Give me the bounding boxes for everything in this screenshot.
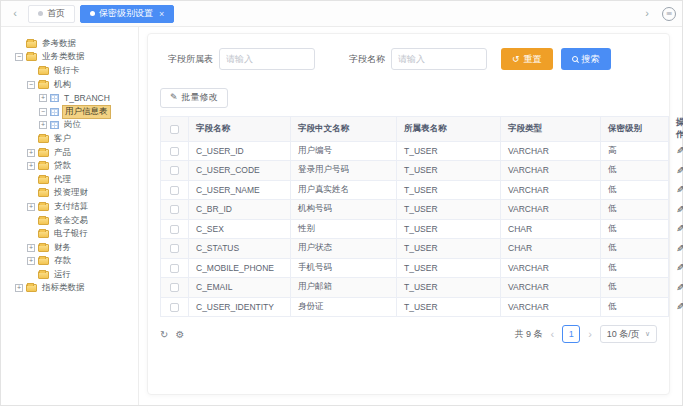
row-checkbox[interactable] xyxy=(170,303,179,312)
folder-icon xyxy=(26,284,37,292)
expander-icon[interactable]: + xyxy=(27,244,35,252)
sidebar-tree: 参考数据 −业务类数据 银行卡 −机构 +T_BRANCH −用户信息表 +岗位… xyxy=(1,27,139,405)
expander-icon[interactable]: + xyxy=(39,121,47,129)
tab-home[interactable]: 首页 xyxy=(28,5,75,23)
tree-node-agency[interactable]: 代理 xyxy=(7,173,136,187)
tree-node-e-banking[interactable]: 电子银行 xyxy=(7,227,136,241)
table-header-row: 字段名称 字段中文名称 所属表名称 字段类型 保密级别 操作 xyxy=(161,116,669,141)
table-row: C_SEX性别T_USERCHAR低✎ xyxy=(161,219,669,239)
tree-node-t-branch[interactable]: +T_BRANCH xyxy=(7,91,136,105)
edit-icon[interactable]: ✎ xyxy=(676,301,683,312)
chevron-down-icon: ∨ xyxy=(645,330,650,338)
edit-icon[interactable]: ✎ xyxy=(676,282,683,293)
table-row: C_USER_CODE登录用户号码T_USERVARCHAR低✎ xyxy=(161,161,669,181)
select-all-checkbox[interactable] xyxy=(170,125,179,134)
tree-node-deposit[interactable]: +存款 xyxy=(7,255,136,269)
folder-icon xyxy=(38,230,49,238)
edit-icon[interactable]: ✎ xyxy=(676,145,683,156)
col-table-name: 所属表名称 xyxy=(397,116,501,141)
row-checkbox[interactable] xyxy=(170,283,179,292)
tab-dot-icon xyxy=(38,11,43,16)
table-icon xyxy=(50,94,59,102)
row-checkbox[interactable] xyxy=(170,147,179,156)
tabs-menu-icon[interactable]: ≡ xyxy=(662,7,676,21)
folder-icon xyxy=(38,135,49,143)
edit-icon[interactable]: ✎ xyxy=(676,204,683,215)
tree-node-product[interactable]: +产品 xyxy=(7,146,136,160)
field-table-input[interactable] xyxy=(219,48,315,70)
edit-icon[interactable]: ✎ xyxy=(676,165,683,176)
tree-node-bank-card[interactable]: 银行卡 xyxy=(7,64,136,78)
next-page-icon[interactable]: › xyxy=(586,328,594,340)
table-icon xyxy=(50,121,59,129)
page-number-button[interactable]: 1 xyxy=(562,325,580,343)
table-row: C_USER_NAME用户真实姓名T_USERVARCHAR低✎ xyxy=(161,180,669,200)
tree-node-investment[interactable]: 投资理财 xyxy=(7,187,136,201)
tabs-scroll-left-icon[interactable]: ‹ xyxy=(7,6,23,22)
row-checkbox[interactable] xyxy=(170,244,179,253)
table-row: C_MOBILE_PHONE手机号码T_USERVARCHAR低✎ xyxy=(161,258,669,278)
row-checkbox[interactable] xyxy=(170,264,179,273)
expander-icon[interactable]: + xyxy=(27,203,35,211)
batch-edit-button[interactable]: ✎ 批量修改 xyxy=(160,88,228,108)
tree-node-reference-data[interactable]: 参考数据 xyxy=(7,37,136,51)
expander-icon[interactable]: − xyxy=(27,81,35,89)
tree-node-position[interactable]: +岗位 xyxy=(7,119,136,133)
folder-icon xyxy=(38,271,49,279)
tab-home-label: 首页 xyxy=(47,7,65,20)
tree-node-operation[interactable]: 运行 xyxy=(7,268,136,282)
content-card: 字段所属表 字段名称 ↺ 重置 搜索 xyxy=(147,33,670,395)
tree-node-indicator-data[interactable]: +指标类数据 xyxy=(7,282,136,296)
expander-icon[interactable]: + xyxy=(27,162,35,170)
table-row: C_STATUS用户状态T_USERCHAR低✎ xyxy=(161,239,669,259)
search-icon xyxy=(572,56,578,62)
gear-icon[interactable]: ⚙ xyxy=(175,329,184,340)
tree-node-finance[interactable]: +财务 xyxy=(7,241,136,255)
expander-icon[interactable]: + xyxy=(15,284,23,292)
fields-table: 字段名称 字段中文名称 所属表名称 字段类型 保密级别 操作 C_USER_ID… xyxy=(160,116,669,318)
tree-node-loan[interactable]: +贷款 xyxy=(7,159,136,173)
row-checkbox[interactable] xyxy=(170,186,179,195)
folder-icon xyxy=(38,217,49,225)
prev-page-icon[interactable]: ‹ xyxy=(549,328,557,340)
app-window: ‹ 首页 保密级别设置 × › ≡ 参考数据 −业务类数据 银行卡 −机构 +T… xyxy=(0,0,683,406)
edit-icon[interactable]: ✎ xyxy=(676,184,683,195)
expander-icon[interactable]: + xyxy=(27,149,35,157)
tab-secrecy-settings[interactable]: 保密级别设置 × xyxy=(80,5,174,23)
expander-icon[interactable]: + xyxy=(39,94,47,102)
table-row: C_USER_IDENTITY身份证T_USERVARCHAR低✎ xyxy=(161,297,669,317)
folder-icon xyxy=(38,244,49,252)
row-checkbox[interactable] xyxy=(170,166,179,175)
field-name-input[interactable] xyxy=(391,48,487,70)
table-icon xyxy=(50,108,59,116)
reset-arrow-icon: ↺ xyxy=(512,55,520,64)
tree-node-business-data[interactable]: −业务类数据 xyxy=(7,51,136,65)
refresh-icon[interactable]: ↻ xyxy=(160,329,168,340)
tree-node-payment-settlement[interactable]: +支付结算 xyxy=(7,200,136,214)
search-form: 字段所属表 字段名称 ↺ 重置 搜索 xyxy=(160,48,657,70)
col-secrecy-level: 保密级别 xyxy=(601,116,669,141)
edit-icon[interactable]: ✎ xyxy=(676,262,683,273)
tab-bar: ‹ 首页 保密级别设置 × › ≡ xyxy=(1,1,682,27)
reset-button[interactable]: ↺ 重置 xyxy=(501,48,553,70)
edit-icon[interactable]: ✎ xyxy=(676,243,683,254)
close-icon[interactable]: × xyxy=(159,9,164,19)
tabs-scroll-right-icon[interactable]: › xyxy=(639,6,655,22)
row-checkbox[interactable] xyxy=(170,205,179,214)
edit-icon[interactable]: ✎ xyxy=(676,223,683,234)
expander-icon[interactable]: − xyxy=(39,108,47,116)
folder-icon xyxy=(38,176,49,184)
tree-node-organization[interactable]: −机构 xyxy=(7,78,136,92)
table-row: C_EMAIL用户邮箱T_USERVARCHAR低✎ xyxy=(161,278,669,298)
search-button[interactable]: 搜索 xyxy=(561,48,611,70)
row-checkbox[interactable] xyxy=(170,225,179,234)
tree-node-customer[interactable]: 客户 xyxy=(7,132,136,146)
folder-icon xyxy=(38,162,49,170)
expander-icon[interactable]: + xyxy=(27,257,35,265)
folder-icon xyxy=(38,203,49,211)
expander-icon[interactable]: − xyxy=(15,53,23,61)
col-field-cn-name: 字段中文名称 xyxy=(291,116,397,141)
tree-node-fund-transaction[interactable]: 资金交易 xyxy=(7,214,136,228)
tree-node-user-info-table[interactable]: −用户信息表 xyxy=(7,105,136,119)
page-size-select[interactable]: 10 条/页 ∨ xyxy=(600,325,657,343)
